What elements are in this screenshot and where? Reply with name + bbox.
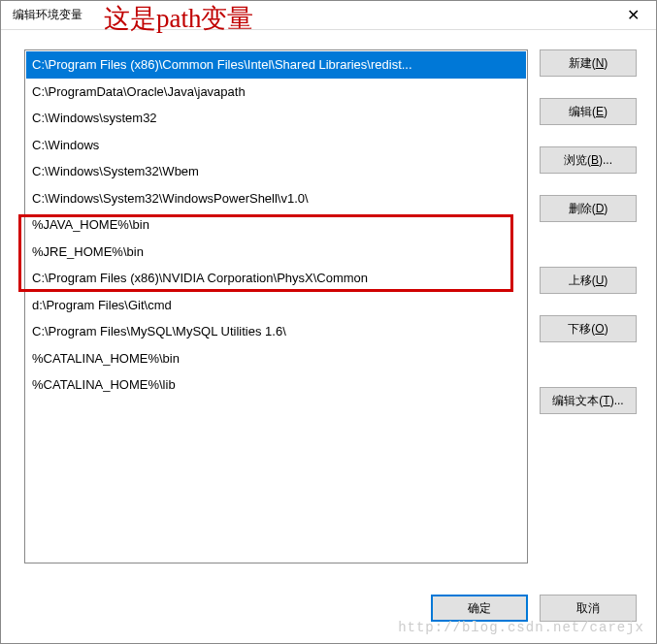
edittext-button-label: 编辑文本(T)... (552, 393, 623, 409)
list-item[interactable]: C:\Program Files (x86)\Common Files\Inte… (26, 51, 526, 79)
cancel-button[interactable]: 取消 (540, 595, 637, 622)
list-item[interactable]: %JAVA_HOME%\bin (26, 211, 526, 239)
path-listbox[interactable]: C:\Program Files (x86)\Common Files\Inte… (24, 49, 528, 564)
list-item[interactable]: C:\Windows\System32\WindowsPowerShell\v1… (26, 185, 526, 212)
new-button[interactable]: 新建(N) (540, 49, 637, 77)
close-button[interactable]: ✕ (613, 2, 652, 29)
moveup-button[interactable]: 上移(U) (540, 267, 637, 294)
list-item[interactable]: C:\Windows (26, 132, 526, 159)
delete-button[interactable]: 删除(D) (540, 195, 637, 222)
list-item[interactable]: C:\Windows\system32 (26, 105, 526, 132)
dialog-buttons: 确定 取消 (431, 595, 637, 622)
list-item[interactable]: d:\Program Files\Git\cmd (26, 292, 526, 319)
delete-button-label: 删除(D) (569, 201, 608, 217)
moveup-button-label: 上移(U) (569, 273, 608, 289)
movedown-button[interactable]: 下移(O) (540, 315, 637, 342)
ok-button[interactable]: 确定 (431, 595, 528, 622)
list-item[interactable]: C:\Windows\System32\Wbem (26, 158, 526, 185)
edit-button-label: 编辑(E) (569, 104, 608, 120)
close-icon: ✕ (627, 6, 640, 24)
window-title: 编辑环境变量 (9, 7, 82, 23)
button-column: 新建(N) 编辑(E) 浏览(B)... 删除(D) 上移(U) 下移(O) 编… (540, 49, 637, 564)
list-item[interactable]: C:\Program Files\MySQL\MySQL Utilities 1… (26, 318, 526, 345)
list-item[interactable]: %CATALINA_HOME%\bin (26, 345, 526, 372)
list-item[interactable]: %CATALINA_HOME%\lib (26, 371, 526, 399)
browse-button[interactable]: 浏览(B)... (540, 146, 637, 174)
list-item[interactable]: C:\ProgramData\Oracle\Java\javapath (26, 79, 526, 106)
edittext-button[interactable]: 编辑文本(T)... (540, 387, 637, 414)
list-item[interactable]: C:\Program Files (x86)\NVIDIA Corporatio… (26, 265, 526, 292)
edit-button[interactable]: 编辑(E) (540, 98, 637, 125)
watermark-text: http://blog.csdn.net/carejx (398, 620, 644, 635)
new-button-label: 新建(N) (569, 55, 608, 72)
browse-button-label: 浏览(B)... (564, 152, 612, 169)
dialog-body: C:\Program Files (x86)\Common Files\Inte… (1, 30, 656, 643)
movedown-button-label: 下移(O) (568, 321, 608, 338)
annotation-label: 这是path变量 (104, 1, 254, 36)
titlebar: 编辑环境变量 ✕ (1, 1, 656, 30)
list-item[interactable]: %JRE_HOME%\bin (26, 239, 526, 266)
